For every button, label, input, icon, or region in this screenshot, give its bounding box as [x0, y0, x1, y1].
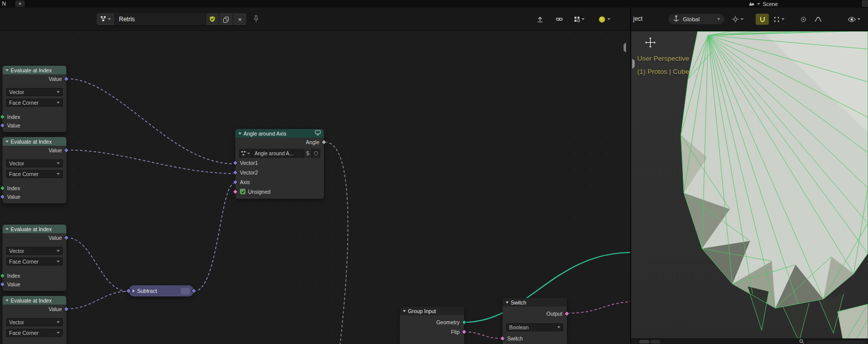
transform-orientation-dropdown[interactable]: Global	[668, 14, 725, 25]
socket-label: Value	[49, 235, 62, 241]
switch-type-dropdown[interactable]: Boolean	[506, 323, 563, 331]
node-title: Evaluate at Index	[11, 226, 52, 232]
domain-dropdown[interactable]: Face Corner	[6, 257, 63, 266]
auto-offset-chain-icon[interactable]	[556, 14, 563, 25]
node-header[interactable]: Group Input	[400, 307, 464, 315]
node-header[interactable]: Evaluate at Index	[3, 225, 66, 233]
unsigned-checkbox[interactable]	[240, 189, 245, 194]
input-row: Index	[3, 184, 66, 192]
node-evaluate-at-index[interactable]: Evaluate at Index Value Vector Face Corn…	[3, 296, 66, 344]
region-open-arrow[interactable]	[632, 61, 635, 67]
snap-magnet-toggle[interactable]	[756, 14, 769, 25]
node-header[interactable]: Evaluate at Index	[3, 137, 66, 146]
region-collapse-arrow[interactable]	[624, 45, 626, 51]
fake-user-shield-button[interactable]	[206, 13, 219, 25]
node-evaluate-at-index[interactable]: Evaluate at Index Value Vector Face Corn…	[3, 225, 66, 291]
viewport-scene-label: (1) Protos | Cube	[637, 68, 689, 75]
chevron-down-icon	[57, 102, 60, 104]
data-type-dropdown[interactable]: Vector	[6, 318, 63, 326]
node-group-name[interactable]: Angle around A...	[253, 149, 304, 158]
socket-label: Index	[7, 114, 20, 120]
collapse-chevron-icon[interactable]	[238, 133, 241, 135]
go-to-parent-button[interactable]	[536, 14, 544, 25]
socket-label: Vector2	[240, 169, 258, 176]
node-switch[interactable]: Switch Output Boolean Switch	[503, 298, 567, 344]
chevron-down-icon	[582, 18, 585, 20]
domain-dropdown[interactable]: Face Corner	[6, 329, 63, 337]
node-header[interactable]: Switch	[503, 298, 567, 307]
input-row: Value	[3, 121, 66, 130]
dropdown-value: Face Corner	[9, 100, 38, 106]
node-title: Evaluate at Index	[11, 67, 52, 73]
chevron-down-icon	[57, 332, 60, 334]
workspace-tab-partial[interactable]: N	[2, 1, 6, 7]
input-row: Index	[3, 271, 66, 280]
view-layer-icon-partial[interactable]	[862, 1, 868, 7]
socket-label: Value	[7, 122, 20, 128]
input-row: Value	[3, 280, 66, 288]
fake-user-shield-icon[interactable]	[312, 149, 320, 158]
node-header[interactable]: Angle around Axis	[235, 129, 324, 138]
node-subtract-collapsed[interactable]: Subtract	[129, 285, 194, 296]
collapse-chevron-icon[interactable]	[6, 299, 9, 302]
snapping-dropdown[interactable]	[574, 14, 585, 25]
socket-geometry-output[interactable]	[462, 320, 466, 324]
browse-node-tree-dropdown[interactable]	[97, 13, 115, 25]
node-evaluate-at-index[interactable]: Evaluate at Index Value Vector Face Corn…	[3, 66, 66, 132]
orientation-value: Global	[683, 16, 699, 22]
chevron-down-icon	[717, 18, 720, 20]
collapse-chevron-icon[interactable]	[6, 69, 9, 71]
filter-toggle[interactable]	[639, 340, 649, 343]
domain-dropdown[interactable]: Face Corner	[6, 99, 63, 107]
pivot-point-dropdown[interactable]	[732, 14, 743, 25]
node-angle-around-axis[interactable]: Angle around Axis Angle Angle around A..…	[235, 129, 324, 199]
node-title: Evaluate at Index	[11, 139, 52, 145]
unlink-button[interactable]: ×	[233, 13, 246, 25]
data-type-dropdown[interactable]: Vector	[6, 247, 63, 255]
visibility-eye-dropdown[interactable]	[848, 14, 860, 25]
new-copy-button[interactable]	[219, 13, 233, 25]
collapse-chevron-icon[interactable]	[6, 228, 9, 230]
falloff-curve-icon[interactable]	[814, 14, 822, 25]
collapse-chevron-icon[interactable]	[6, 141, 9, 143]
node-header[interactable]: Evaluate at Index	[3, 296, 66, 305]
chevron-down-icon	[57, 91, 60, 93]
input-row: Axis	[235, 177, 324, 187]
node-group-selector[interactable]: Angle around A... 5	[239, 149, 320, 158]
collapse-chevron-icon[interactable]	[506, 302, 509, 304]
domain-dropdown[interactable]: Face Corner	[6, 170, 63, 178]
node-title: Subtract	[137, 288, 157, 294]
viewport-header: ject Global	[631, 8, 868, 31]
collapse-chevron-icon[interactable]	[403, 310, 406, 312]
node-canvas[interactable]: Evaluate at Index Value Vector Face Corn…	[0, 31, 630, 344]
output-row: Value	[3, 146, 66, 154]
viewport-canvas[interactable]: User Perspective (1) Protos | Cube	[631, 31, 868, 344]
search-input[interactable]	[806, 340, 867, 344]
mode-dropdown-partial[interactable]: ject	[633, 15, 643, 22]
node-tree-name-field[interactable]: Retris	[115, 13, 206, 25]
scene-selector[interactable]: Scene	[748, 0, 778, 8]
node-evaluate-at-index[interactable]: Evaluate at Index Value Vector Face Corn…	[3, 137, 66, 203]
node-group-input[interactable]: Group Input Geometry Flip	[400, 307, 464, 344]
socket-label: Flip	[451, 329, 460, 335]
output-row: Value	[3, 233, 66, 242]
chevron-down-icon	[57, 250, 60, 252]
socket-label: Value	[49, 147, 62, 153]
overlay-sphere-dropdown[interactable]	[598, 14, 610, 25]
chevron-down-icon	[557, 326, 560, 328]
pin-icon[interactable]	[253, 15, 259, 24]
expand-chevron-icon[interactable]	[133, 289, 135, 292]
data-type-dropdown[interactable]: Vector	[6, 159, 63, 167]
proportional-editing-icon[interactable]	[800, 14, 807, 25]
data-type-dropdown[interactable]: Vector	[6, 88, 63, 96]
browse-node-group-icon[interactable]	[239, 149, 253, 158]
node-header[interactable]: Evaluate at Index	[3, 66, 66, 74]
output-row: Flip	[400, 327, 464, 336]
chevron-down-icon	[857, 18, 860, 20]
filter-toggle[interactable]	[650, 340, 660, 343]
socket-label: Index	[7, 185, 20, 191]
snap-with-dropdown[interactable]	[773, 14, 784, 25]
link	[325, 142, 348, 344]
user-count-badge[interactable]: 5	[304, 149, 312, 158]
add-workspace-button[interactable]: +	[15, 1, 25, 7]
